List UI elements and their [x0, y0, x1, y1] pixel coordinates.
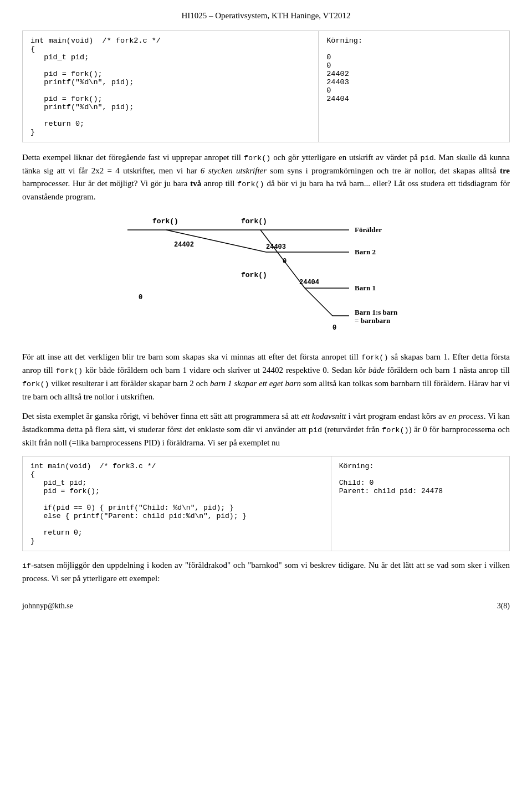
- val-0-left: 0: [139, 294, 142, 301]
- page-footer: johnnyp@kth.se 3(8): [22, 602, 510, 611]
- paragraph-3: Det sista exemplet är ganska rörigt, vi …: [22, 410, 510, 449]
- paragraph-2: För att inse att det verkligen blir tre …: [22, 351, 510, 403]
- fork1-label: fork(): [152, 217, 178, 225]
- val-24402: 24402: [174, 241, 194, 249]
- branch-barn1: [260, 230, 305, 288]
- barn1-label: Barn 1: [355, 284, 376, 292]
- page-header: HI1025 – Operativsystem, KTH Haninge, VT…: [22, 11, 510, 20]
- paragraph-1: Detta exempel liknar det föregående fast…: [22, 151, 510, 203]
- footer-page: 3(8): [497, 602, 510, 611]
- branch-barnbarn: [305, 288, 332, 316]
- diagram-area: fork() fork() Förälder 24402 Barn 2 2440…: [22, 213, 510, 341]
- header-title: HI1025 – Operativsystem, KTH Haninge, VT…: [181, 11, 350, 20]
- foralder-label: Förälder: [355, 225, 382, 234]
- code-output-section-2: int main(void) /* fork3.c */ { pid_t pid…: [22, 456, 510, 551]
- val-0-barnbarn: 0: [332, 324, 336, 332]
- footer-email: johnnyp@kth.se: [22, 602, 73, 611]
- barn2-label: Barn 2: [355, 248, 376, 256]
- paragraph-4: if-satsen möjliggör den uppdelning i kod…: [22, 559, 510, 585]
- barnbarn-label2: = barnbarn: [355, 316, 391, 325]
- output-text-2: Körning: Child: 0 Parent: child pid: 244…: [339, 462, 443, 495]
- fork3-label: fork(): [241, 271, 267, 279]
- output-block-1: Körning: 0 0 24402 24403 0 24404: [319, 31, 509, 142]
- barnbarn-label: Barn 1:s barn: [355, 308, 398, 316]
- output-block-2: Körning: Child: 0 Parent: child pid: 244…: [331, 457, 509, 551]
- code-block-2: int main(void) /* fork3.c */ { pid_t pid…: [23, 457, 331, 551]
- code-text-1: int main(void) /* fork2.c */ { pid_t pid…: [30, 37, 161, 136]
- output-label-1: Körning: 0 0 24402 24403 0 24404: [326, 37, 362, 103]
- code-block-1: int main(void) /* fork2.c */ { pid_t pid…: [23, 31, 319, 142]
- val-24404: 24404: [299, 279, 319, 286]
- fork2-label: fork(): [241, 217, 267, 225]
- code-text-2: int main(void) /* fork3.c */ { pid_t pid…: [30, 462, 247, 545]
- code-output-section-1: int main(void) /* fork2.c */ { pid_t pid…: [22, 30, 510, 142]
- process-diagram: fork() fork() Förälder 24402 Barn 2 2440…: [94, 213, 438, 341]
